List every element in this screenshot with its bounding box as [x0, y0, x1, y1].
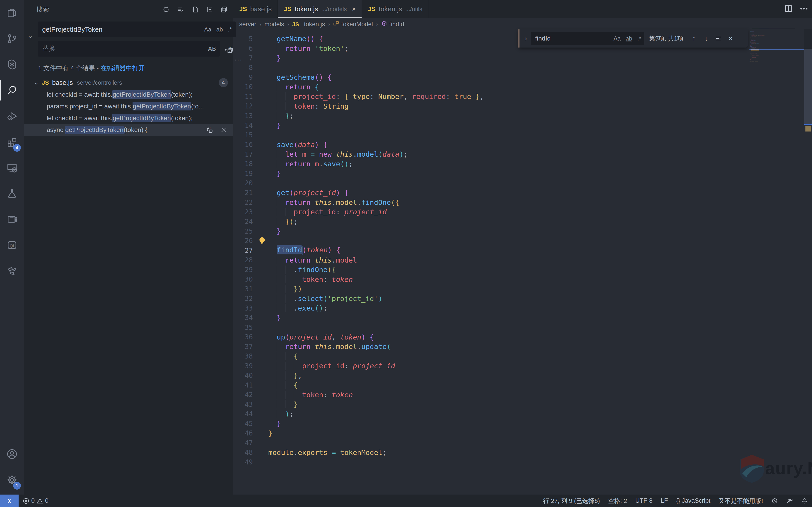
activity-item-share-nodes[interactable] — [0, 258, 24, 284]
code-line-9[interactable]: 9 getSchema() { — [233, 72, 804, 82]
activity-item-remote-explorer[interactable] — [0, 155, 24, 181]
code-line-30[interactable]: 30 token: token — [233, 275, 804, 284]
code-line-12[interactable]: 12 token: String — [233, 101, 804, 111]
code-line-18[interactable]: 18 return m.save(); — [233, 159, 804, 169]
activity-item-openai[interactable] — [0, 52, 24, 77]
status-item-4[interactable]: {} JavaScript — [672, 495, 715, 507]
scrollbar-slider[interactable] — [804, 49, 812, 125]
tab-token.js[interactable]: JS token.js.../models × — [278, 0, 362, 18]
tab-close-icon[interactable]: × — [352, 6, 356, 12]
preserve-case-icon[interactable]: AB — [207, 45, 217, 53]
code-line-11[interactable]: 11 project_id: { type: Number, required:… — [233, 92, 804, 101]
find-previous-icon[interactable]: ↑ — [689, 34, 699, 44]
code-line-35[interactable]: 35 — [233, 323, 804, 332]
search-value[interactable]: getProjectIdByToken — [42, 26, 201, 33]
code-line-26[interactable]: 26 — [233, 236, 804, 246]
find-whole-word-icon[interactable]: ab — [625, 35, 633, 43]
lightbulb-icon[interactable] — [258, 236, 266, 246]
code-line-20[interactable]: 20 — [233, 178, 804, 188]
search-result-row[interactable]: async getProjectIdByToken(token) {cb — [24, 124, 233, 136]
code-line-7[interactable]: 7 } — [233, 53, 804, 63]
breadcrumb-item[interactable]: JStoken.js — [292, 21, 325, 28]
code-line-27[interactable]: 27 findId(token) { — [233, 245, 804, 255]
code-line-40[interactable]: 40 }, — [233, 371, 804, 381]
code-line-25[interactable]: 25 } — [233, 226, 804, 236]
code-line-15[interactable]: 15 — [233, 130, 804, 140]
activity-item-files[interactable] — [0, 0, 24, 26]
replace-all-icon[interactable]: acab — [223, 44, 234, 54]
code-line-46[interactable]: 46} — [233, 429, 804, 438]
code-line-49[interactable]: 49 — [233, 457, 804, 467]
find-query[interactable]: findId — [535, 35, 610, 42]
code-line-37[interactable]: 37 return this.model.update( — [233, 342, 804, 351]
refresh-icon[interactable] — [161, 5, 171, 14]
search-result-row[interactable]: let checkId = await this.getProjectIdByT… — [24, 112, 233, 124]
regex-icon[interactable]: .* — [227, 25, 233, 34]
find-next-icon[interactable]: ↓ — [701, 34, 711, 44]
activity-item-account[interactable] — [0, 441, 24, 467]
status-item-1[interactable]: 空格: 2 — [604, 495, 631, 507]
breadcrumb-item[interactable]: models — [264, 21, 284, 28]
code-line-22[interactable]: 22 return this.model.findOne({ — [233, 198, 804, 207]
code-line-14[interactable]: 14 } — [233, 121, 804, 130]
find-regex-icon[interactable]: .* — [637, 35, 642, 43]
status-item-3[interactable]: LF — [657, 495, 672, 507]
code-line-17[interactable]: 17 let m = new this.model(data); — [233, 150, 804, 159]
activity-item-extensions[interactable]: 4 — [0, 129, 24, 155]
code-line-13[interactable]: 13 }; — [233, 111, 804, 121]
code-line-8[interactable]: 8 — [233, 63, 804, 73]
open-in-editor-icon[interactable] — [219, 5, 229, 14]
code-line-21[interactable]: 21 get(project_id) { — [233, 188, 804, 198]
activity-item-source-control[interactable] — [0, 26, 24, 52]
replace-action-icon[interactable]: cb — [206, 126, 214, 134]
search-result-row[interactable]: let checkId = await this.getProjectIdByT… — [24, 89, 233, 101]
code-editor[interactable]: 5 getName() {6 return 'token';7 }89 getS… — [233, 31, 804, 495]
whole-word-icon[interactable]: ab — [215, 25, 224, 34]
code-line-33[interactable]: 33 .exec(); — [233, 303, 804, 313]
activity-item-search[interactable] — [0, 77, 24, 103]
activity-item-test-beaker[interactable] — [0, 181, 24, 207]
status-item-5[interactable]: 又不是不能用版! — [714, 495, 767, 507]
feedback-icon[interactable] — [782, 495, 797, 507]
code-line-29[interactable]: 29 .findOne({ — [233, 265, 804, 275]
chevron-down-icon[interactable]: ⌄ — [34, 79, 42, 86]
breadcrumb-item[interactable]: tokenModel — [333, 20, 373, 28]
activity-item-settings-gear[interactable]: 1 — [0, 467, 24, 493]
code-line-32[interactable]: 32 .select('project_id') — [233, 294, 804, 303]
breadcrumb-item[interactable]: server — [239, 21, 256, 28]
status-item-2[interactable]: UTF-8 — [631, 495, 657, 507]
code-line-31[interactable]: 31 }) — [233, 284, 804, 294]
find-resize-sash[interactable] — [518, 30, 519, 48]
activity-item-run-debug[interactable] — [0, 103, 24, 129]
code-line-36[interactable]: 36 up(project_id, token) { — [233, 332, 804, 342]
collapse-all-icon[interactable] — [205, 5, 214, 14]
bell-icon[interactable] — [797, 495, 812, 507]
find-input[interactable]: findId Aa ab .* — [531, 32, 644, 45]
tab-base.js[interactable]: JS base.js — [233, 0, 278, 18]
dismiss-icon[interactable] — [220, 126, 228, 134]
code-line-19[interactable]: 19 } — [233, 169, 804, 178]
problems-status[interactable]: 0 0 — [18, 495, 53, 507]
activity-item-codeql[interactable]: QL — [0, 232, 24, 258]
code-line-41[interactable]: 41 { — [233, 380, 804, 390]
code-line-23[interactable]: 23 project_id: project_id — [233, 207, 804, 217]
find-in-selection-icon[interactable] — [713, 34, 723, 44]
tab-token.js[interactable]: JS token.js.../utils — [362, 0, 428, 18]
code-line-43[interactable]: 43 } — [233, 399, 804, 409]
code-line-10[interactable]: 10 return { — [233, 82, 804, 92]
remote-indicator-button[interactable] — [0, 495, 18, 507]
search-input[interactable]: getProjectIdByToken Aa ab .* — [38, 21, 236, 37]
code-line-28[interactable]: 28 return this.model — [233, 255, 804, 265]
code-line-39[interactable]: 39 project_id: project_id — [233, 361, 804, 371]
split-editor-icon[interactable] — [784, 4, 793, 14]
result-file-row[interactable]: ⌄ JS base.js server/controllers 4 — [24, 76, 233, 89]
search-result-row[interactable]: params.project_id = await this.getProjec… — [24, 101, 233, 112]
code-line-44[interactable]: 44 ); — [233, 409, 804, 419]
code-line-16[interactable]: 16 save(data) { — [233, 140, 804, 150]
code-line-38[interactable]: 38 { — [233, 351, 804, 361]
code-line-45[interactable]: 45 } — [233, 419, 804, 429]
match-case-icon[interactable]: Aa — [203, 25, 212, 34]
do-not-disturb-icon[interactable] — [767, 495, 782, 507]
code-line-47[interactable]: 47 — [233, 438, 804, 448]
status-item-0[interactable]: 行 27, 列 9 (已选择6) — [539, 495, 604, 507]
